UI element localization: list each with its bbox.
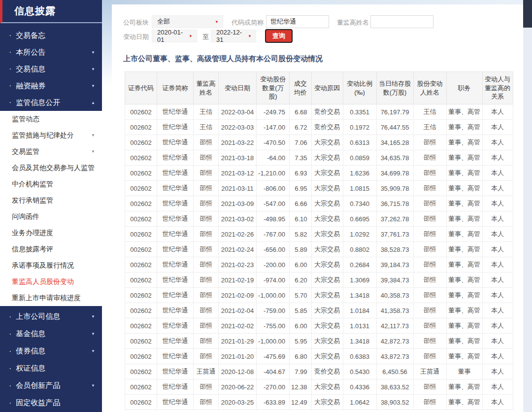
sidebar-subitem-label: 会员及其他交易参与人监管 — [12, 164, 95, 172]
table-cell: 董事、高管 — [446, 318, 482, 334]
sidebar-item-bottom-1[interactable]: ·基金信息▼ — [0, 325, 102, 343]
table-cell: 竞价交易 — [311, 120, 343, 135]
chevron-down-icon: ▼ — [91, 84, 95, 88]
sidebar-subitem-3[interactable]: 会员及其他交易参与人监管 — [0, 160, 102, 176]
table-cell: 董事、高管 — [446, 227, 482, 242]
table-cell: 董事、高管 — [446, 181, 482, 196]
sidebar-subitem-1[interactable]: 监管措施与纪律处分▼ — [0, 127, 102, 143]
sidebar-submenu: 监管动态监管措施与纪律处分▼交易监管▼会员及其他交易参与人监管中介机构监管发行承… — [0, 111, 102, 306]
table-cell: 6.00 — [290, 318, 312, 334]
sidebar-subitem-5[interactable]: 发行承销监管 — [0, 192, 102, 208]
table-cell: 董事、高管 — [446, 273, 482, 288]
sidebar-subitem-2[interactable]: 交易监管▼ — [0, 143, 102, 160]
table-cell: 竞价交易 — [311, 364, 343, 379]
table-cell: 37,262.78 — [376, 211, 413, 227]
table-cell: 6.00 — [290, 257, 312, 273]
table-cell: 本人 — [482, 242, 513, 257]
table-cell: 竞价交易 — [311, 104, 343, 120]
column-header: 变动比例(‰) — [343, 72, 376, 104]
table-cell: 邵恒 — [194, 135, 219, 150]
chevron-down-icon: ▼ — [91, 383, 95, 388]
table-row: 002602世纪华通邵恒2021-03-12-1,210.006.93大宗交易1… — [125, 166, 513, 181]
sidebar-item-top-1[interactable]: ·本所公告▼ — [0, 44, 102, 61]
bullet-icon: · — [9, 347, 11, 355]
bullet-icon: · — [9, 82, 11, 90]
sidebar-item-top-label: 监管信息公开 — [16, 98, 60, 107]
sidebar-item-bottom-3[interactable]: ·权证信息 — [0, 360, 102, 377]
table-cell: 世纪华通 — [157, 273, 194, 288]
table-cell: 6.72 — [290, 120, 312, 135]
sidebar-subitem-7[interactable]: 业务办理进度 — [0, 225, 102, 241]
table-cell: 董事、高管 — [446, 379, 482, 395]
table-cell: 39,184.73 — [376, 257, 413, 273]
sidebar-item-bottom-0[interactable]: ·上市公司信息▼ — [0, 308, 102, 325]
table-cell: 0.7340 — [343, 196, 376, 211]
sidebar-item-top-3[interactable]: ·融资融券▼ — [0, 77, 102, 94]
sidebar-subitem-label: 交易监管 — [12, 147, 39, 156]
chevron-down-icon: ▼ — [91, 149, 95, 154]
table-cell: -755.00 — [257, 318, 290, 334]
sidebar-subitem-8[interactable]: 信息披露考评 — [0, 241, 102, 257]
date-to-select[interactable]: 2022-12-31 ▼ — [211, 30, 256, 42]
sidebar-item-top-2[interactable]: ·交易信息▼ — [0, 61, 102, 77]
board-select[interactable]: 全部 ▼ — [152, 15, 223, 28]
table-cell: 43,872.73 — [376, 349, 413, 364]
table-cell: 本人 — [482, 257, 513, 273]
table-row: 002602世纪华通王苗通2020-12-08-404.677.99竞价交易0.… — [125, 364, 513, 379]
table-cell: -759.00 — [257, 303, 290, 318]
table-cell: 6.66 — [290, 196, 312, 211]
table-cell: 大宗交易 — [311, 181, 343, 196]
table-cell: 邵恒 — [413, 166, 446, 181]
sidebar-subitem-6[interactable]: 问询函件 — [0, 208, 102, 225]
sidebar-subitem-0[interactable]: 监管动态 — [0, 111, 102, 127]
scrollbar-track[interactable] — [523, 0, 532, 412]
table-cell: 董事、高管 — [446, 288, 482, 303]
column-header: 证券代码 — [125, 72, 157, 104]
table-cell: 2020-03-25 — [219, 395, 257, 410]
sidebar-item-top-label: 交易信息 — [16, 65, 45, 74]
sidebar-item-top-0[interactable]: ·交易备忘 — [0, 27, 102, 44]
table-cell: 2021-03-02 — [219, 211, 257, 227]
sidebar-subitem-10[interactable]: 董监高人员股份变动 — [0, 274, 102, 290]
table-cell: 董事、高管 — [446, 395, 482, 410]
sidebar-subitem-4[interactable]: 中介机构监管 — [0, 176, 102, 192]
sidebar-subitem-9[interactable]: 承诺事项及履行情况 — [0, 257, 102, 274]
query-button[interactable]: 查询 — [265, 29, 293, 43]
table-cell: 邵恒 — [413, 273, 446, 288]
column-header: 成交均价 — [290, 72, 312, 104]
table-cell: 本人 — [482, 196, 513, 211]
table-cell: 邵恒 — [194, 196, 219, 211]
table-cell: 邵恒 — [194, 211, 219, 227]
table-cell: 大宗交易 — [311, 150, 343, 166]
sidebar-item-top-4[interactable]: ·监管信息公开▲ — [0, 94, 102, 111]
sidebar-item-top-label: 交易备忘 — [16, 31, 45, 40]
column-header: 当日结存股数(万股) — [376, 72, 413, 104]
sidebar: 信息披露 ·交易备忘·本所公告▼·交易信息▼·融资融券▼·监管信息公开▲ 监管动… — [0, 0, 102, 412]
table-cell: -200.00 — [257, 257, 290, 273]
table-cell: 2021-03-09 — [219, 196, 257, 211]
sidebar-subitem-11[interactable]: 重新上市申请审核进度 — [0, 290, 102, 306]
date-label: 变动日期 — [123, 33, 149, 41]
bullet-icon: · — [9, 330, 11, 338]
table-cell: 本人 — [482, 379, 513, 395]
date-from-select[interactable]: 2020-01-01 ▼ — [152, 30, 197, 42]
sidebar-item-bottom-2[interactable]: ·债券信息▼ — [0, 343, 102, 360]
code-input[interactable] — [266, 15, 329, 28]
table-cell: 世纪华通 — [157, 135, 194, 150]
column-header: 职务 — [446, 72, 482, 104]
table-cell: 邵恒 — [194, 288, 219, 303]
table-cell: 世纪华通 — [157, 166, 194, 181]
table-cell: 2020-06-22 — [219, 379, 257, 395]
table-cell: 35,909.78 — [376, 181, 413, 196]
chevron-down-icon: ▼ — [189, 34, 193, 38]
sidebar-item-bottom-4[interactable]: ·会员创新产品▼ — [0, 377, 102, 394]
table-cell: 本人 — [482, 349, 513, 364]
table-cell: 世纪华通 — [157, 242, 194, 257]
table-cell: 本人 — [482, 166, 513, 181]
sidebar-item-bottom-5[interactable]: ·固定收益产品 — [0, 394, 102, 412]
table-cell: 世纪华通 — [157, 349, 194, 364]
name-input[interactable] — [370, 15, 433, 28]
table-cell: -547.00 — [257, 196, 290, 211]
table-cell: -1,000.00 — [257, 288, 290, 303]
table-cell: -404.67 — [257, 364, 290, 379]
